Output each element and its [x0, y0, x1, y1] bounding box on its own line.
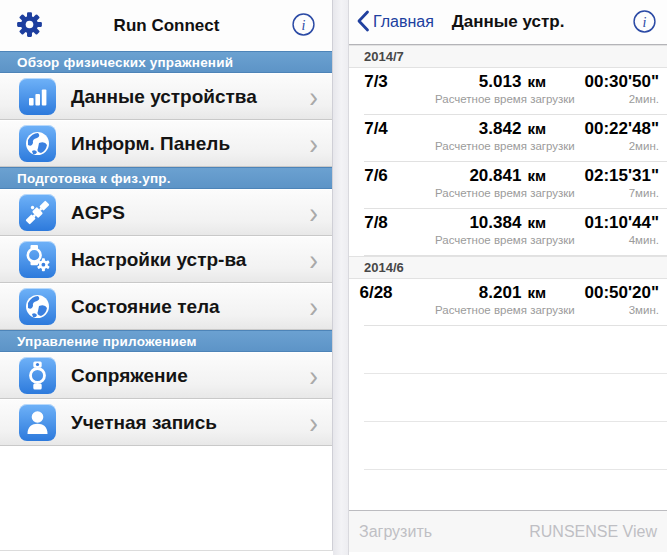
info-icon: i	[632, 9, 657, 37]
globe-icon	[19, 125, 56, 162]
satellite-icon	[19, 194, 56, 231]
workout-distance: 20.841км	[403, 166, 546, 186]
workout-row[interactable]: 7/8 10.384км 01:10'44" Расчетное время з…	[349, 209, 667, 256]
menu-item-label: Данные устройства	[71, 86, 309, 108]
upload-time-label: Расчетное время загрузки	[435, 304, 575, 316]
menu-item-body-status[interactable]: Состояние тела ›	[0, 283, 332, 330]
menu-item-label: Настройки устр-ва	[71, 249, 309, 271]
chevron-right-icon: ›	[309, 361, 318, 391]
gear-icon	[16, 11, 43, 41]
month-label: 2014/7	[364, 49, 404, 64]
workout-date: 7/3	[349, 72, 403, 92]
menu-item-info-panel[interactable]: Информ. Панель ›	[0, 120, 332, 167]
upload-time-value: 2мин.	[629, 140, 659, 152]
chevron-right-icon: ›	[309, 245, 318, 275]
menu-item-account[interactable]: Учетная запись ›	[0, 399, 332, 446]
workout-row[interactable]: 6/28 8.201км 00:50'20" Расчетное время з…	[349, 279, 667, 326]
menu-item-label: Информ. Панель	[71, 133, 309, 155]
distance-unit: км	[527, 214, 546, 231]
menu-item-device-data[interactable]: Данные устройства ›	[0, 73, 332, 120]
menu-item-label: Сопряжение	[71, 365, 309, 387]
chevron-right-icon: ›	[309, 82, 318, 112]
globe-icon	[19, 288, 56, 325]
upload-time-label: Расчетное время загрузки	[435, 93, 575, 105]
menu-item-label: AGPS	[71, 202, 309, 224]
empty-table-row	[349, 374, 667, 422]
right-nav-bar: Данные устр. Главная i	[349, 0, 667, 45]
section-title: Обзор физических упражнений	[17, 55, 233, 70]
distance-unit: км	[527, 167, 546, 184]
month-section-header: 2014/7	[349, 45, 667, 68]
menu-item-pairing[interactable]: Сопряжение ›	[0, 352, 332, 399]
svg-text:i: i	[642, 14, 646, 30]
section-header: Обзор физических упражнений	[0, 51, 332, 73]
chevron-right-icon: ›	[309, 198, 318, 228]
upload-time-label: Расчетное время загрузки	[435, 234, 575, 246]
distance-unit: км	[527, 120, 546, 137]
bottom-toolbar: Загрузить RUNSENSE View	[349, 510, 667, 552]
workout-distance: 5.013км	[403, 72, 546, 92]
left-nav-bar: Run Connect	[0, 0, 332, 51]
workout-date: 7/8	[349, 213, 403, 233]
settings-button[interactable]	[12, 9, 46, 43]
app-screenshot-pair: Run Connect	[0, 0, 667, 555]
main-menu-screen: Run Connect	[0, 0, 333, 551]
workout-time: 02:15'31"	[546, 166, 667, 186]
section-title: Подготовка к физ.упр.	[17, 171, 171, 186]
workout-distance: 8.201км	[403, 283, 546, 303]
info-icon: i	[291, 12, 316, 40]
chevron-right-icon: ›	[309, 129, 318, 159]
chevron-right-icon: ›	[309, 408, 318, 438]
workout-row[interactable]: 7/6 20.841км 02:15'31" Расчетное время з…	[349, 162, 667, 209]
watch-gear-icon	[19, 241, 56, 278]
chevron-left-icon	[356, 10, 370, 35]
workout-distance: 10.384км	[403, 213, 546, 233]
back-button[interactable]: Главная	[349, 10, 438, 35]
info-button[interactable]: i	[627, 6, 661, 40]
chevron-right-icon: ›	[309, 292, 318, 322]
upload-time-value: 3мин.	[629, 304, 659, 316]
upload-time-label: Расчетное время загрузки	[435, 140, 575, 152]
menu-item-label: Состояние тела	[71, 296, 309, 318]
workout-date: 7/6	[349, 166, 403, 186]
app-title: Run Connect	[0, 16, 333, 36]
workout-time: 00:22'48"	[546, 119, 667, 139]
upload-time-value: 4мин.	[629, 234, 659, 246]
watch-icon	[19, 357, 56, 394]
upload-time-value: 2мин.	[629, 93, 659, 105]
back-label: Главная	[373, 13, 434, 31]
month-label: 2014/6	[364, 260, 404, 275]
runsense-view-button[interactable]: RUNSENSE View	[529, 523, 657, 541]
workout-time: 00:30'50"	[546, 72, 667, 92]
bar-chart-icon	[19, 78, 56, 115]
empty-table-row	[349, 422, 667, 470]
workout-time: 00:50'20"	[546, 283, 667, 303]
menu-item-device-settings[interactable]: Настройки устр-ва ›	[0, 236, 332, 283]
empty-table-row	[349, 326, 667, 374]
svg-text:i: i	[301, 16, 305, 32]
section-header: Управление приложением	[0, 330, 332, 352]
workout-distance: 3.842км	[403, 119, 546, 139]
info-button[interactable]: i	[286, 9, 320, 43]
workout-row[interactable]: 7/3 5.013км 00:30'50" Расчетное время за…	[349, 68, 667, 115]
screenshot-gap	[333, 0, 348, 555]
upload-time-value: 7мин.	[629, 187, 659, 199]
upload-time-label: Расчетное время загрузки	[435, 187, 575, 199]
workout-time: 01:10'44"	[546, 213, 667, 233]
workout-row[interactable]: 7/4 3.842км 00:22'48" Расчетное время за…	[349, 115, 667, 162]
menu-item-agps[interactable]: AGPS ›	[0, 189, 332, 236]
month-section-header: 2014/6	[349, 256, 667, 279]
download-button[interactable]: Загрузить	[359, 523, 432, 541]
user-icon	[19, 404, 56, 441]
distance-unit: км	[527, 284, 546, 301]
menu-item-label: Учетная запись	[71, 412, 309, 434]
device-data-screen: Данные устр. Главная i 2	[348, 0, 667, 555]
section-title: Управление приложением	[17, 334, 197, 349]
distance-unit: км	[527, 73, 546, 90]
section-header: Подготовка к физ.упр.	[0, 167, 332, 189]
workout-date: 6/28	[349, 283, 403, 303]
workout-date: 7/4	[349, 119, 403, 139]
